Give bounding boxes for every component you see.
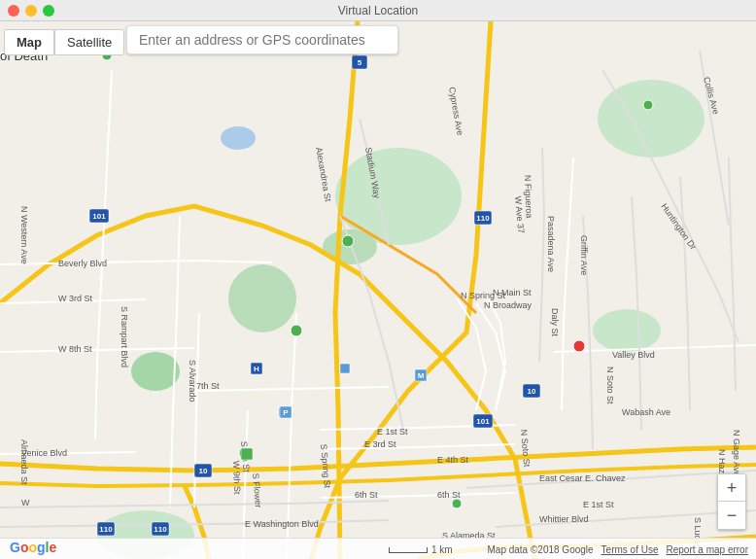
svg-text:Pasadena Ave: Pasadena Ave	[546, 216, 556, 272]
svg-text:Whittier Blvd: Whittier Blvd	[539, 514, 589, 524]
svg-text:110: 110	[99, 525, 113, 534]
zoom-controls[interactable]: + −	[717, 473, 746, 530]
svg-text:W 3rd St: W 3rd St	[58, 294, 93, 303]
zoom-in-button[interactable]: +	[718, 474, 745, 502]
svg-text:P: P	[283, 408, 289, 417]
search-input[interactable]	[126, 25, 398, 54]
svg-point-8	[221, 126, 256, 150]
svg-text:6th St: 6th St	[355, 490, 378, 500]
window-controls[interactable]	[8, 5, 54, 17]
title-bar: Virtual Location	[0, 0, 756, 21]
svg-rect-74	[340, 364, 350, 373]
google-logo: Google	[10, 540, 56, 555]
svg-text:Griffin Ave: Griffin Ave	[579, 235, 589, 275]
svg-point-3	[131, 352, 180, 391]
svg-text:Daly St: Daly St	[550, 308, 560, 337]
svg-text:110: 110	[476, 214, 490, 223]
svg-text:W 8th St: W 8th St	[58, 344, 92, 354]
svg-text:Valley Blvd: Valley Blvd	[612, 350, 655, 360]
svg-point-72	[291, 325, 302, 336]
svg-text:101: 101	[476, 417, 490, 426]
svg-text:Beverly Blvd: Beverly Blvd	[58, 259, 107, 268]
zoom-out-button[interactable]: −	[718, 502, 745, 529]
svg-point-76	[452, 499, 462, 508]
svg-point-5	[593, 309, 661, 352]
svg-point-2	[598, 80, 704, 157]
minimize-button[interactable]	[25, 5, 37, 17]
map-attribution: Map data ©2018 Google Terms of Use Repor…	[487, 544, 748, 555]
svg-point-71	[342, 235, 354, 247]
map-data-label: Map data ©2018 Google	[487, 544, 593, 555]
map-tab-satellite[interactable]: Satellite	[54, 29, 124, 55]
svg-text:H: H	[254, 365, 259, 373]
svg-text:M: M	[418, 371, 425, 380]
terms-of-use[interactable]: Terms of Use	[601, 544, 659, 555]
svg-text:N Gage Ave: N Gage Ave	[732, 430, 741, 476]
svg-text:N Western Ave: N Western Ave	[19, 206, 29, 264]
map-bottom-bar: Google 1 km Map data ©2018 Google Terms …	[0, 538, 756, 559]
svg-text:E 1st St: E 1st St	[377, 427, 408, 437]
svg-text:N Main St: N Main St	[493, 288, 532, 297]
svg-point-4	[228, 264, 296, 332]
svg-text:6th St: 6th St	[437, 490, 461, 500]
map-svg: Cypress Ave N Western Ave Daly St W Ave …	[0, 21, 756, 559]
report-error[interactable]: Report a map error	[667, 544, 748, 555]
map-type-tabs[interactable]: Map Satellite	[4, 29, 124, 55]
svg-text:N Broadway: N Broadway	[484, 300, 533, 310]
map-tab-map[interactable]: Map	[4, 29, 54, 55]
svg-text:10: 10	[528, 387, 536, 396]
svg-text:Almaeda St: Almaeda St	[19, 439, 29, 485]
svg-text:E 3rd St: E 3rd St	[364, 439, 396, 449]
svg-text:5: 5	[358, 58, 362, 67]
svg-text:E 4th St: E 4th St	[437, 455, 469, 465]
maximize-button[interactable]	[43, 5, 54, 17]
svg-text:N Soto St: N Soto St	[605, 367, 615, 404]
svg-text:Wabash Ave: Wabash Ave	[622, 407, 670, 417]
svg-text:110: 110	[154, 525, 167, 534]
svg-text:101: 101	[92, 212, 106, 221]
svg-text:E Washington Blvd: E Washington Blvd	[245, 519, 319, 529]
svg-point-79	[643, 100, 653, 110]
svg-text:W 9th St: W 9th St	[231, 461, 242, 495]
svg-text:E 1st St: E 1st St	[583, 500, 614, 509]
scale-line	[389, 547, 428, 553]
svg-rect-86	[241, 448, 253, 460]
window-title: Virtual Location	[338, 4, 419, 17]
svg-text:S Rampart Blvd: S Rampart Blvd	[120, 306, 129, 367]
svg-text:East Cesar E. Chavez: East Cesar E. Chavez	[539, 473, 626, 483]
svg-text:10: 10	[199, 467, 208, 475]
svg-text:N Figueroa: N Figueroa	[523, 175, 534, 219]
scale-bar: 1 km	[389, 544, 453, 555]
svg-point-77	[573, 340, 585, 352]
svg-text:7th St: 7th St	[196, 381, 220, 391]
scale-label: 1 km	[431, 544, 453, 555]
search-bar[interactable]	[126, 25, 398, 54]
map-container[interactable]: Cypress Ave N Western Ave Daly St W Ave …	[0, 21, 756, 559]
svg-text:W: W	[21, 498, 30, 507]
close-button[interactable]	[8, 5, 19, 17]
